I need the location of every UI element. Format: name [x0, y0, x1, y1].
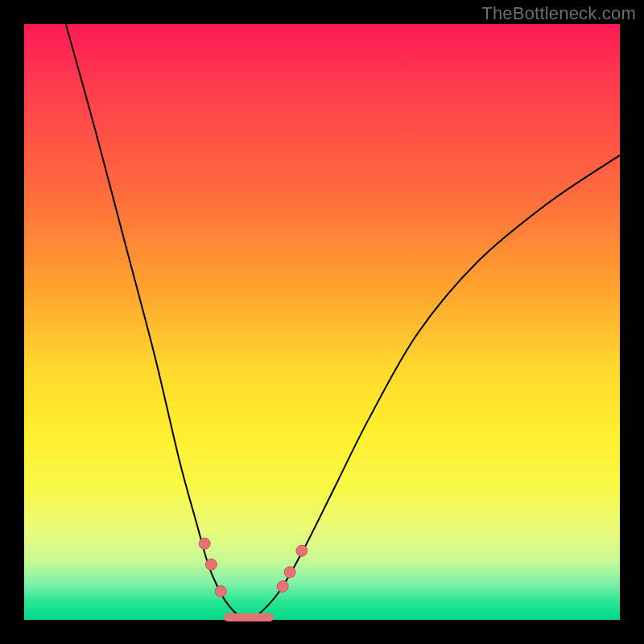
right-dot-mid: [284, 567, 295, 578]
left-dot-mid: [205, 559, 217, 570]
left-dot-upper: [199, 538, 210, 549]
left-dot-lower: [215, 585, 226, 597]
chart-container: TheBottleneck.com: [0, 0, 644, 644]
right-dot-lower: [277, 581, 288, 592]
right-dot-upper: [296, 545, 308, 556]
plot-area: [24, 24, 620, 620]
marker-group: [199, 538, 308, 597]
chart-svg: [24, 24, 620, 620]
series-left-curve: [66, 24, 250, 619]
watermark-text: TheBottleneck.com: [481, 3, 636, 24]
